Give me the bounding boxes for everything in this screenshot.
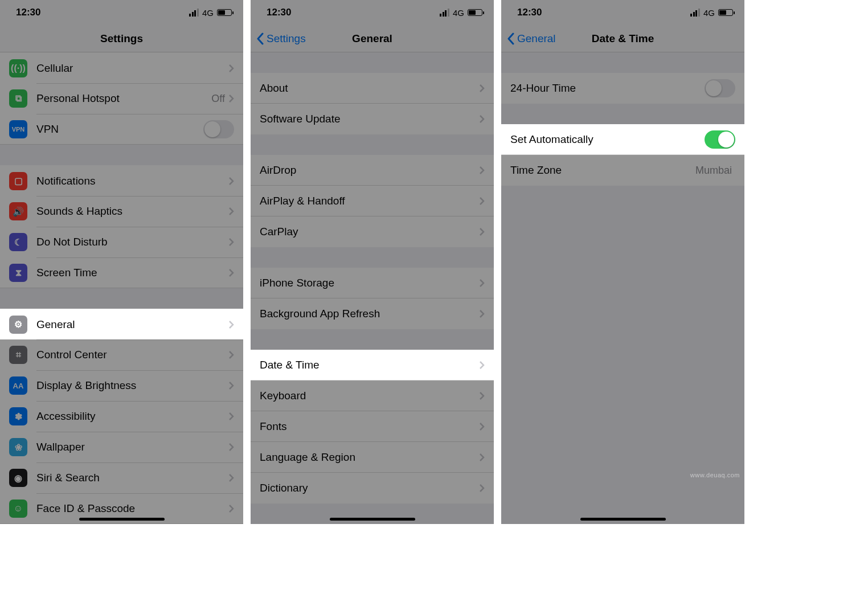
row-accessibility[interactable]: ✽ Accessibility <box>0 401 243 432</box>
chevron-right-icon <box>479 391 485 400</box>
row-about[interactable]: About <box>251 73 494 104</box>
chevron-right-icon <box>228 207 234 216</box>
phone-general: 12:30 4G Settings General About Software… <box>251 0 494 524</box>
row-screen-time[interactable]: ⧗ Screen Time <box>0 257 243 288</box>
nav-bar: Settings <box>0 25 243 52</box>
phone-settings: 12:30 4G Settings ((·)) Cellular ⧉ Perso… <box>0 0 243 524</box>
chevron-left-icon <box>256 32 264 45</box>
chevron-right-icon <box>228 268 234 277</box>
row-keyboard[interactable]: Keyboard <box>251 380 494 411</box>
row-label: Control Center <box>36 349 228 361</box>
row-personal-hotspot[interactable]: ⧉ Personal Hotspot Off <box>0 83 243 114</box>
vpn-icon: VPN <box>9 120 27 138</box>
row-label: Language & Region <box>260 451 479 464</box>
row-label: Personal Hotspot <box>36 92 211 105</box>
chevron-right-icon <box>479 309 485 318</box>
home-indicator[interactable] <box>330 518 415 521</box>
vpn-toggle[interactable] <box>203 120 234 138</box>
gear-icon: ⚙ <box>9 316 27 334</box>
row-label: Face ID & Passcode <box>36 502 228 515</box>
row-value: Off <box>211 93 225 105</box>
row-label: About <box>260 82 479 95</box>
date-time-list[interactable]: 24-Hour Time Set Automatically Time Zone… <box>501 52 744 524</box>
row-label: AirPlay & Handoff <box>260 195 479 207</box>
back-label: Settings <box>267 32 306 45</box>
status-time: 12:30 <box>517 7 542 18</box>
row-iphone-storage[interactable]: iPhone Storage <box>251 268 494 298</box>
row-set-automatically[interactable]: Set Automatically <box>501 124 744 155</box>
notifications-icon: ▢ <box>9 172 27 190</box>
row-notifications[interactable]: ▢ Notifications <box>0 165 243 196</box>
back-label: General <box>517 32 556 45</box>
row-label: Background App Refresh <box>260 308 479 320</box>
row-wallpaper[interactable]: ❀ Wallpaper <box>0 432 243 462</box>
row-time-zone[interactable]: Time Zone Mumbai <box>501 155 744 186</box>
row-label: Wallpaper <box>36 441 228 453</box>
group-notifications: ▢ Notifications 🔊 Sounds & Haptics ☾ Do … <box>0 165 243 288</box>
row-label: 24-Hour Time <box>510 82 705 95</box>
nav-bar: General Date & Time <box>501 25 744 52</box>
row-date-time[interactable]: Date & Time <box>251 350 494 380</box>
row-label: Screen Time <box>36 267 228 279</box>
row-label: Do Not Disturb <box>36 236 228 248</box>
row-label: Dictionary <box>260 482 479 494</box>
row-fonts[interactable]: Fonts <box>251 411 494 442</box>
row-software-update[interactable]: Software Update <box>251 104 494 134</box>
signal-icon <box>189 9 199 17</box>
moon-icon: ☾ <box>9 233 27 251</box>
row-cellular[interactable]: ((·)) Cellular <box>0 52 243 83</box>
row-label: Keyboard <box>260 390 479 402</box>
row-label: Cellular <box>36 62 228 75</box>
chevron-right-icon <box>479 227 485 236</box>
chevron-right-icon <box>479 166 485 175</box>
row-dictionary[interactable]: Dictionary <box>251 473 494 504</box>
chevron-right-icon <box>228 443 234 452</box>
row-carplay[interactable]: CarPlay <box>251 216 494 247</box>
chevron-right-icon <box>228 94 234 103</box>
network-label: 4G <box>453 8 464 18</box>
row-vpn[interactable]: VPN VPN <box>0 114 243 145</box>
status-right: 4G <box>440 8 482 18</box>
sounds-icon: 🔊 <box>9 202 27 220</box>
home-indicator[interactable] <box>79 518 165 521</box>
settings-list[interactable]: ((·)) Cellular ⧉ Personal Hotspot Off VP… <box>0 52 243 524</box>
row-sounds-haptics[interactable]: 🔊 Sounds & Haptics <box>0 196 243 227</box>
chevron-right-icon <box>479 114 485 124</box>
general-list[interactable]: About Software Update AirDrop AirPlay & … <box>251 52 494 524</box>
set-automatically-toggle[interactable] <box>705 130 735 149</box>
battery-icon <box>468 9 482 16</box>
chevron-right-icon <box>228 412 234 421</box>
row-value: Mumbai <box>695 165 732 177</box>
phone-date-time: 12:30 4G General Date & Time 24-Hour Tim… <box>501 0 744 524</box>
status-time: 12:30 <box>16 7 40 18</box>
signal-icon <box>690 9 700 17</box>
home-indicator[interactable] <box>580 518 666 521</box>
row-label: Siri & Search <box>36 472 228 484</box>
chevron-left-icon <box>507 32 515 45</box>
row-background-app-refresh[interactable]: Background App Refresh <box>251 298 494 329</box>
row-language-region[interactable]: Language & Region <box>251 442 494 473</box>
row-display-brightness[interactable]: AA Display & Brightness <box>0 370 243 401</box>
row-airdrop[interactable]: AirDrop <box>251 155 494 186</box>
24-hour-toggle[interactable] <box>705 79 735 97</box>
row-siri-search[interactable]: ◉ Siri & Search <box>0 462 243 493</box>
row-do-not-disturb[interactable]: ☾ Do Not Disturb <box>0 227 243 257</box>
chevron-right-icon <box>479 197 485 206</box>
row-24-hour-time[interactable]: 24-Hour Time <box>501 73 744 104</box>
row-label: AirDrop <box>260 164 479 177</box>
chevron-right-icon <box>228 381 234 390</box>
chevron-right-icon <box>479 422 485 431</box>
back-button[interactable]: Settings <box>251 32 306 45</box>
row-airplay-handoff[interactable]: AirPlay & Handoff <box>251 186 494 216</box>
chevron-right-icon <box>228 350 234 359</box>
row-general[interactable]: ⚙ General <box>0 309 243 339</box>
chevron-right-icon <box>228 177 234 186</box>
group-general: ⚙ General ⌗ Control Center AA Display & … <box>0 309 243 524</box>
chevron-right-icon <box>479 484 485 493</box>
row-control-center[interactable]: ⌗ Control Center <box>0 339 243 370</box>
nav-bar: Settings General <box>251 25 494 52</box>
status-bar: 12:30 4G <box>251 0 494 25</box>
back-button[interactable]: General <box>501 32 556 45</box>
chevron-right-icon <box>228 473 234 482</box>
wallpaper-icon: ❀ <box>9 438 27 456</box>
